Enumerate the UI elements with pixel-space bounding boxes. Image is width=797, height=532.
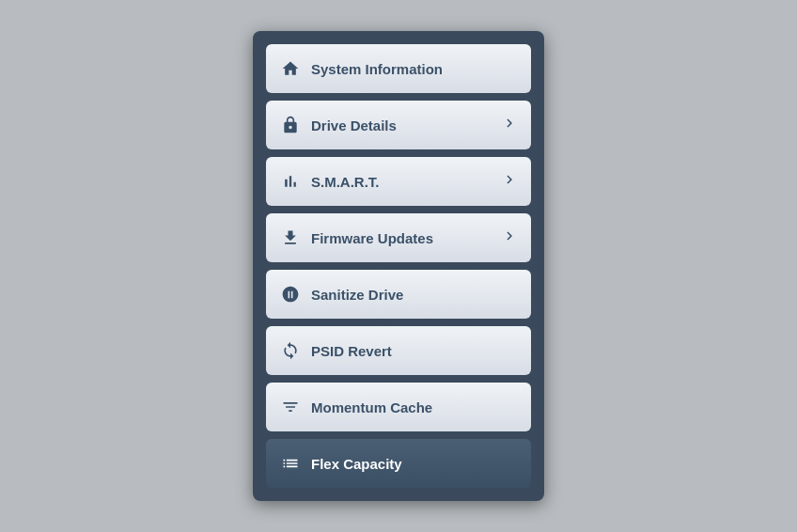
refresh-icon (279, 339, 302, 362)
menu-item-label-psid-revert: PSID Revert (311, 343, 518, 359)
filter-icon (279, 396, 302, 418)
block-icon (279, 283, 302, 305)
menu-item-label-momentum-cache: Momentum Cache (311, 399, 518, 415)
menu-item-psid-revert[interactable]: PSID Revert (266, 326, 531, 375)
menu-item-label-flex-capacity: Flex Capacity (311, 456, 518, 472)
drive-icon (279, 114, 302, 136)
menu-panel: System InformationDrive DetailsS.M.A.R.T… (253, 31, 544, 501)
menu-item-sanitize-drive[interactable]: Sanitize Drive (266, 270, 531, 319)
chevron-icon-firmware-updates (501, 227, 518, 248)
download-icon (279, 227, 302, 249)
menu-item-system-information[interactable]: System Information (266, 44, 531, 93)
menu-item-label-sanitize-drive: Sanitize Drive (311, 287, 518, 303)
menu-item-label-drive-details: Drive Details (311, 117, 501, 133)
chart-icon (279, 170, 302, 193)
home-icon (279, 57, 302, 80)
menu-item-momentum-cache[interactable]: Momentum Cache (266, 383, 531, 431)
lines-icon (279, 452, 302, 475)
chevron-icon-drive-details (501, 115, 518, 135)
menu-item-drive-details[interactable]: Drive Details (266, 101, 531, 149)
chevron-icon-smart (501, 171, 518, 192)
menu-item-label-firmware-updates: Firmware Updates (311, 230, 501, 246)
menu-item-label-system-information: System Information (311, 61, 518, 77)
menu-item-flex-capacity[interactable]: Flex Capacity (266, 439, 531, 488)
menu-item-firmware-updates[interactable]: Firmware Updates (266, 213, 531, 262)
menu-item-smart[interactable]: S.M.A.R.T. (266, 157, 531, 206)
menu-item-label-smart: S.M.A.R.T. (311, 174, 501, 190)
